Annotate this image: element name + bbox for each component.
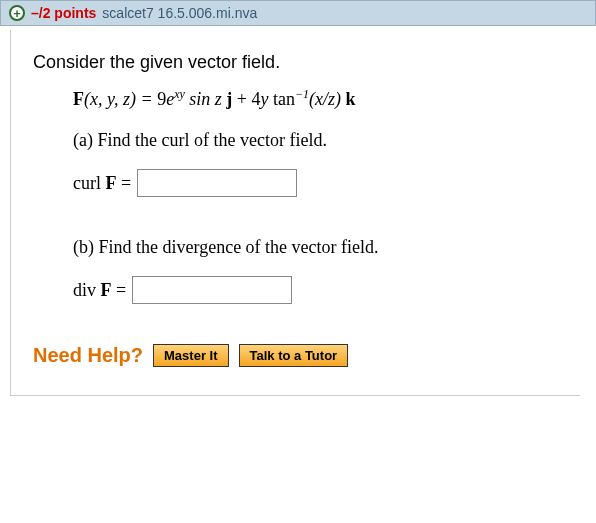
part-b-text: (b) Find the divergence of the vector fi… bbox=[73, 237, 558, 258]
term1-rest: sin z bbox=[185, 89, 227, 109]
term2-sup: −1 bbox=[295, 87, 309, 101]
div-label: div F = bbox=[73, 280, 126, 301]
curl-label: curl F = bbox=[73, 173, 131, 194]
formula-args: (x, y, z) = bbox=[84, 89, 157, 109]
question-prompt: Consider the given vector field. bbox=[33, 52, 558, 73]
question-body: Consider the given vector field. F(x, y,… bbox=[10, 30, 580, 396]
term1-e: e bbox=[166, 89, 174, 109]
formula-fn: F bbox=[73, 89, 84, 109]
term2-tan: tan bbox=[268, 89, 295, 109]
points-display: –/2 points bbox=[31, 5, 96, 21]
term1-coef: 9 bbox=[157, 89, 166, 109]
part-a-answer-row: curl F = bbox=[73, 169, 558, 197]
expand-icon[interactable]: + bbox=[9, 5, 25, 21]
term2-arg: (x/z) bbox=[309, 89, 345, 109]
part-b-answer-row: div F = bbox=[73, 276, 558, 304]
div-input[interactable] bbox=[132, 276, 292, 304]
vector-field-formula: F(x, y, z) = 9exy sin z j + 4y tan−1(x/z… bbox=[73, 87, 558, 110]
plus: + bbox=[232, 89, 251, 109]
talk-to-tutor-button[interactable]: Talk to a Tutor bbox=[239, 344, 349, 367]
master-it-button[interactable]: Master It bbox=[153, 344, 228, 367]
term1-exp: xy bbox=[174, 87, 185, 101]
curl-input[interactable] bbox=[137, 169, 297, 197]
question-id: scalcet7 16.5.006.mi.nva bbox=[102, 5, 257, 21]
term2-vec: k bbox=[346, 89, 356, 109]
question-header: + –/2 points scalcet7 16.5.006.mi.nva bbox=[0, 0, 596, 26]
help-row: Need Help? Master It Talk to a Tutor bbox=[33, 344, 558, 367]
part-a-text: (a) Find the curl of the vector field. bbox=[73, 130, 558, 151]
need-help-label: Need Help? bbox=[33, 344, 143, 367]
